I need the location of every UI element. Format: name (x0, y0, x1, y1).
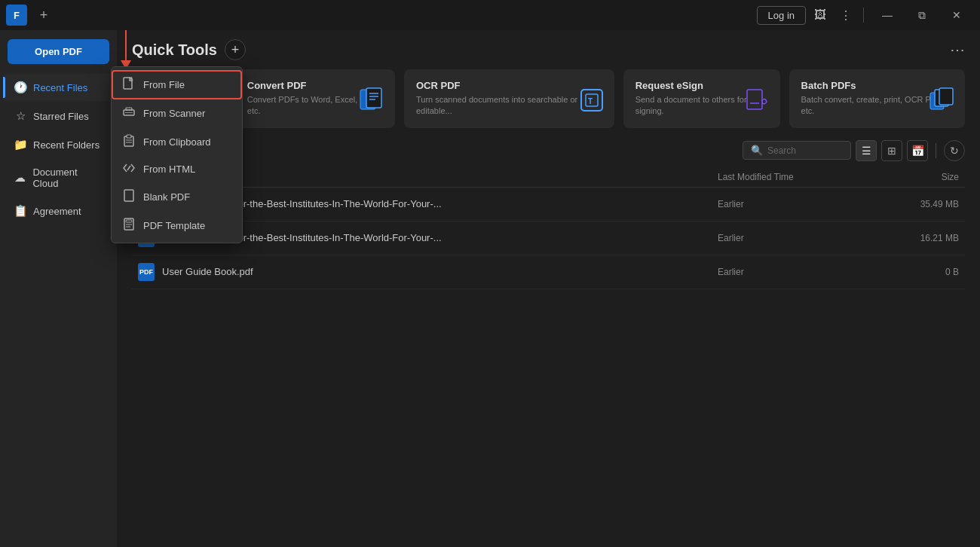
picture-icon-button[interactable]: 🖼 (809, 4, 831, 26)
titlebar-divider (863, 8, 864, 23)
svg-rect-15 (126, 108, 132, 110)
from-clipboard-icon (122, 134, 136, 149)
recent-controls: 🔍 ☰ ⊞ 📅 ↻ (743, 140, 965, 161)
app-logo: F (6, 5, 27, 26)
ocr-pdf-icon: T (578, 87, 605, 119)
column-modified: Last Modified Time (718, 172, 868, 182)
sidebar-item-label: Agreement (33, 206, 81, 217)
page-title: Quick Tools (132, 41, 217, 59)
convert-pdf-icon (359, 87, 386, 119)
titlebar: F + Log in 🖼 ⋮ — ⧉ ✕ (0, 0, 980, 30)
column-size: Size (868, 172, 959, 182)
dropdown-item-blank-pdf[interactable]: Blank PDF (112, 182, 242, 211)
recent-folders-icon: 📁 (14, 138, 27, 151)
dropdown-item-from-html[interactable]: From HTML (112, 156, 242, 182)
recent-files-icon: 🕐 (14, 81, 27, 94)
dropdown-item-from-file[interactable]: From File (112, 70, 242, 99)
list-view-button[interactable]: ☰ (856, 140, 877, 161)
dropdown-item-from-clipboard[interactable]: From Clipboard (112, 127, 242, 156)
titlebar-right: Log in 🖼 ⋮ — ⧉ ✕ (757, 0, 974, 30)
file-size: 35.49 MB (868, 199, 959, 209)
tool-card-batch-pdfs[interactable]: Batch PDFs Batch convert, create, print,… (789, 69, 965, 128)
file-size: 16.21 MB (868, 233, 959, 243)
sidebar-item-starred-files[interactable]: ☆ Starred Files (3, 102, 114, 130)
tool-card-ocr-pdf[interactable]: OCR PDF Turn scanned documents into sear… (404, 69, 614, 128)
quick-tools-row: Edit PDF Edit text and images ✏️ Convert… (117, 66, 980, 140)
file-table: Name Last Modified Time Size PDF Find-an… (132, 167, 965, 289)
calendar-view-button[interactable]: 📅 (907, 140, 928, 161)
sidebar-item-agreement[interactable]: 📋 Agreement (3, 197, 114, 225)
agreement-icon: 📋 (14, 204, 27, 218)
svg-rect-18 (127, 135, 131, 138)
search-input[interactable] (767, 145, 843, 156)
dropdown-item-label: From HTML (143, 163, 195, 175)
document-cloud-icon: ☁ (14, 171, 26, 185)
svg-rect-22 (124, 190, 133, 201)
grid-view-button[interactable]: ⊞ (881, 140, 902, 161)
file-modified: Earlier (718, 267, 868, 277)
from-html-icon (122, 163, 136, 176)
minimize-button[interactable]: — (870, 0, 905, 30)
file-modified: Earlier (718, 233, 868, 243)
add-new-button[interactable]: + (225, 39, 246, 60)
open-pdf-button[interactable]: Open PDF (8, 39, 109, 64)
svg-rect-24 (126, 220, 132, 222)
dropdown-item-label: From File (143, 79, 185, 90)
sidebar-item-document-cloud[interactable]: ☁ Document Cloud (3, 160, 114, 196)
svg-line-21 (127, 166, 130, 170)
pdf-file-icon: PDF (138, 263, 155, 281)
tool-card-title: OCR PDF (416, 80, 602, 91)
content-header: Quick Tools + ⋯ (117, 30, 980, 66)
sidebar-item-label: Starred Files (33, 111, 89, 122)
search-icon: 🔍 (751, 145, 763, 156)
sidebar-item-label: Recent Folders (33, 139, 100, 151)
esign-icon (744, 87, 771, 119)
dropdown-item-label: Blank PDF (143, 191, 190, 203)
content-area: Quick Tools + ⋯ Edit PDF Edit text and i… (117, 30, 980, 547)
table-row[interactable]: PDF Find-and-Apply-For-the-Best-Institut… (132, 188, 965, 222)
titlebar-left: F + (6, 5, 54, 26)
header-more-button[interactable]: ⋯ (950, 41, 965, 59)
file-size: 0 B (868, 267, 959, 277)
recent-header: Recent Files 🔍 ☰ ⊞ 📅 ↻ (132, 140, 965, 161)
from-scanner-icon (122, 106, 136, 121)
recent-files-section: Recent Files 🔍 ☰ ⊞ 📅 ↻ Name Las (117, 140, 980, 547)
dropdown-item-label: From Clipboard (143, 136, 211, 148)
table-row[interactable]: PDF Find-and-Apply-For-the-Best-Institut… (132, 222, 965, 255)
tool-card-convert-pdf[interactable]: Convert PDF Convert PDFs to Word, Excel,… (235, 69, 395, 128)
tool-card-request-esign[interactable]: Request eSign Send a document to others … (623, 69, 780, 128)
sidebar-item-recent-files[interactable]: 🕐 Recent Files (3, 74, 114, 101)
starred-files-icon: ☆ (14, 109, 27, 123)
more-options-button[interactable]: ⋮ (835, 4, 857, 26)
search-box: 🔍 (743, 141, 851, 160)
svg-text:T: T (588, 97, 593, 105)
maximize-button[interactable]: ⧉ (905, 0, 939, 30)
header-left: Quick Tools + (132, 39, 246, 60)
new-tab-button[interactable]: + (33, 5, 54, 26)
blank-pdf-icon (122, 189, 136, 204)
file-modified: Earlier (718, 199, 868, 209)
controls-divider (936, 143, 936, 158)
svg-rect-1 (366, 88, 381, 108)
dropdown-item-label: PDF Template (143, 220, 205, 231)
dropdown-menu: From File From Scanner From Clipboard (111, 66, 243, 243)
table-row[interactable]: PDF User Guide Book.pdf Earlier 0 B (132, 255, 965, 289)
login-button[interactable]: Log in (757, 6, 806, 25)
pdf-template-icon (122, 218, 136, 233)
sidebar-item-label: Recent Files (33, 82, 87, 93)
dropdown-item-label: From Scanner (143, 108, 205, 119)
sidebar-item-recent-folders[interactable]: 📁 Recent Folders (3, 131, 114, 158)
file-table-header: Name Last Modified Time Size (132, 167, 965, 188)
tool-card-desc: Turn scanned documents into searchable o… (416, 94, 602, 118)
batch-pdfs-icon (929, 87, 956, 119)
file-name: User Guide Book.pdf (162, 266, 253, 277)
refresh-button[interactable]: ↻ (944, 140, 965, 161)
close-button[interactable]: ✕ (939, 0, 974, 30)
dropdown-item-pdf-template[interactable]: PDF Template (112, 211, 242, 240)
dropdown-item-from-scanner[interactable]: From Scanner (112, 99, 242, 127)
svg-rect-12 (939, 88, 953, 105)
sidebar-item-label: Document Cloud (32, 167, 103, 189)
from-file-icon (122, 77, 136, 93)
window-controls: — ⧉ ✕ (870, 0, 974, 30)
sidebar: Open PDF 🕐 Recent Files ☆ Starred Files … (0, 30, 117, 547)
